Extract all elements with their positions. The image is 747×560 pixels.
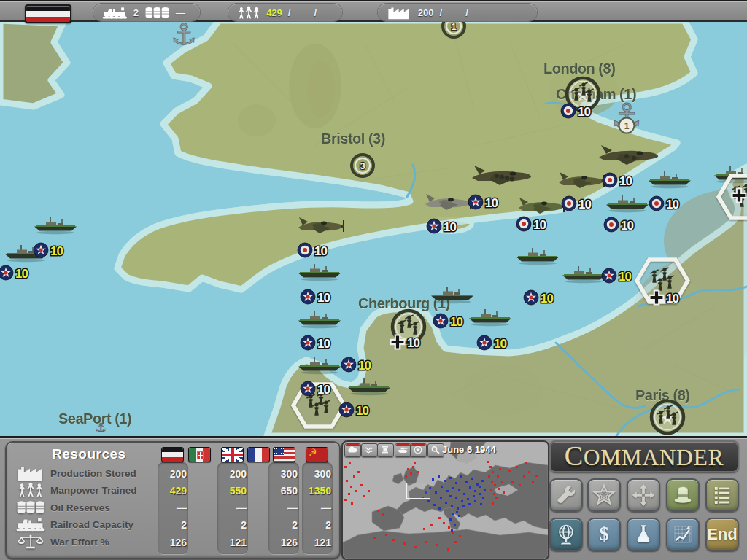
campaign-map[interactable]: 31⚓⚓1⚓ London (8)Chatham (1)Bristol (3)C… (0, 0, 747, 436)
resource-value: 200 (219, 468, 247, 480)
resource-value: 126 (159, 537, 187, 548)
strength-value: 10 (15, 267, 28, 281)
strength-value: 10 (533, 218, 546, 232)
resource-value: — (219, 502, 247, 514)
minimap-filter-tank-icon[interactable] (395, 443, 411, 457)
resource-row-label: War Effort % (50, 537, 109, 548)
stat-value: 2 (133, 7, 139, 18)
flag-usa (273, 447, 295, 462)
train-icon (102, 6, 128, 20)
resource-value: 429 (159, 485, 187, 497)
stat-value: / (465, 7, 468, 18)
factory-icon (387, 6, 412, 20)
globe-icon[interactable] (549, 518, 583, 551)
strength-value: 10 (358, 359, 371, 373)
city-label: London (8) (543, 61, 615, 77)
minimap-filter-pillar-icon[interactable] (377, 443, 394, 457)
strength-value: 10 (578, 198, 591, 211)
resource-row-label: Oil Reserves (50, 502, 110, 513)
port-anchor-icon: ⚓ (171, 18, 197, 51)
bottom-panel: Resources Production Stored200200300300M… (0, 436, 747, 560)
end-button[interactable]: End (705, 518, 739, 551)
strength-value: 10 (541, 292, 553, 306)
wrench-icon[interactable] (549, 478, 583, 512)
resource-value: 300 (270, 468, 298, 480)
flag-italy (188, 447, 211, 462)
strength-value: 10 (317, 383, 330, 397)
strength-value: 10 (317, 337, 330, 351)
resource-value: 2 (159, 519, 187, 531)
move-icon[interactable] (627, 478, 660, 512)
resource-value: 550 (219, 485, 247, 497)
stat-value: / (314, 7, 317, 18)
resource-value: 2 (219, 519, 247, 531)
scales-icon (15, 534, 46, 553)
manpower-icon (15, 482, 46, 501)
city-label: SeaPort (1) (58, 411, 131, 427)
minimap-filter-waves-icon[interactable] (361, 443, 378, 457)
end-turn-label: End (707, 519, 738, 550)
stat-value: / (288, 7, 291, 18)
resource-row-label: Manpower Trained (50, 485, 137, 496)
flag-ussr (306, 447, 328, 462)
dollar-icon[interactable]: $ (587, 518, 621, 551)
svg-text:$: $ (599, 524, 608, 545)
city-label: Bristol (3) (321, 131, 385, 147)
svg-text:1: 1 (624, 121, 630, 131)
resource-row-label: Railroad Capacity (50, 519, 133, 530)
city-marker[interactable]: 3 (352, 155, 374, 176)
resource-value: 126 (270, 537, 298, 548)
stat-value: / (440, 7, 443, 18)
minimap-filter-star-circle-icon[interactable] (410, 443, 427, 457)
list-icon[interactable] (705, 478, 739, 512)
strength-value: 10 (621, 219, 633, 233)
svg-text:1: 1 (451, 21, 456, 32)
minimap[interactable]: June 6 1944 (341, 440, 549, 560)
strength-value: 10 (485, 196, 498, 210)
flag-uk (221, 447, 244, 462)
stat-rail-oil: 2— (93, 4, 200, 21)
flask-icon[interactable] (627, 518, 660, 551)
stat-value: — (176, 7, 185, 18)
strength-value: 10 (578, 105, 590, 119)
oil-icon (144, 6, 170, 20)
resource-row-label: Production Stored (50, 468, 136, 479)
strength-value: 10 (619, 270, 631, 284)
resource-value: — (159, 502, 187, 514)
stat-value: 429 (266, 7, 282, 18)
game-date: June 6 1944 (442, 444, 496, 455)
star-icon[interactable] (587, 478, 621, 512)
minimap-viewport[interactable] (406, 483, 430, 499)
resource-value: 1350 (303, 485, 331, 497)
strength-value: 10 (444, 220, 456, 234)
nation-flag-button[interactable] (25, 4, 71, 23)
resource-value: 200 (159, 468, 187, 480)
svg-text:⚓: ⚓ (171, 18, 197, 51)
resource-value: 121 (303, 537, 331, 548)
svg-text:3: 3 (360, 160, 365, 171)
resource-value: 2 (303, 519, 331, 531)
train-icon (15, 516, 46, 535)
tophat-icon[interactable] (666, 478, 700, 512)
resource-value: 2 (270, 519, 298, 531)
minimap-filter-cloud-icon[interactable] (344, 443, 361, 457)
commander-logo-plate: COMMANDER (549, 440, 739, 472)
stat-value: 200 (418, 7, 434, 18)
command-panel: COMMANDER $End (549, 440, 742, 557)
map-unit-infantry[interactable] (651, 401, 684, 433)
strength-value: 10 (494, 337, 506, 351)
strength-value: 10 (666, 198, 678, 211)
strength-value: 10 (619, 174, 632, 188)
manpower-icon (237, 6, 260, 20)
stat-manpower: 429// (228, 4, 342, 21)
resources-panel: Resources Production Stored200200300300M… (5, 441, 341, 559)
resource-value: — (270, 502, 298, 514)
resource-value: 300 (303, 468, 331, 480)
minimap-europe (343, 442, 548, 559)
strength-value: 10 (450, 315, 462, 329)
top-status-bar: 2—429//200// (0, 0, 747, 22)
chart-icon[interactable] (666, 518, 700, 551)
resource-value: — (303, 502, 331, 514)
strength-value: 10 (407, 336, 419, 350)
strength-value: 10 (666, 292, 678, 306)
